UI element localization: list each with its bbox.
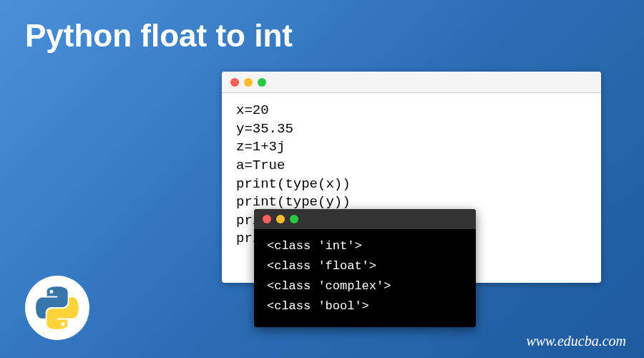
code-line: print(type(x)) <box>236 175 587 194</box>
output-line: <class 'int'> <box>267 236 463 256</box>
window-titlebar <box>222 72 601 93</box>
output-line: <class 'complex'> <box>267 276 463 296</box>
terminal-titlebar <box>254 209 476 229</box>
terminal-output: <class 'int'> <class 'float'> <class 'co… <box>254 229 476 324</box>
terminal-window: <class 'int'> <class 'float'> <class 'co… <box>254 209 476 327</box>
close-icon <box>263 215 271 223</box>
code-line: a=True <box>236 157 587 175</box>
code-line: y=35.35 <box>236 120 587 139</box>
maximize-icon <box>258 78 266 87</box>
code-line: x=20 <box>236 102 587 120</box>
maximize-icon <box>290 215 298 223</box>
python-logo-icon <box>25 276 89 340</box>
page-title: Python float to int <box>25 18 293 54</box>
python-icon <box>35 286 79 330</box>
minimize-icon <box>244 78 253 87</box>
output-line: <class 'float'> <box>267 256 463 276</box>
watermark-text: www.educba.com <box>526 333 626 349</box>
minimize-icon <box>276 215 285 223</box>
code-line: z=1+3j <box>236 138 587 157</box>
close-icon <box>230 78 239 87</box>
output-line: <class 'bool'> <box>267 296 463 316</box>
